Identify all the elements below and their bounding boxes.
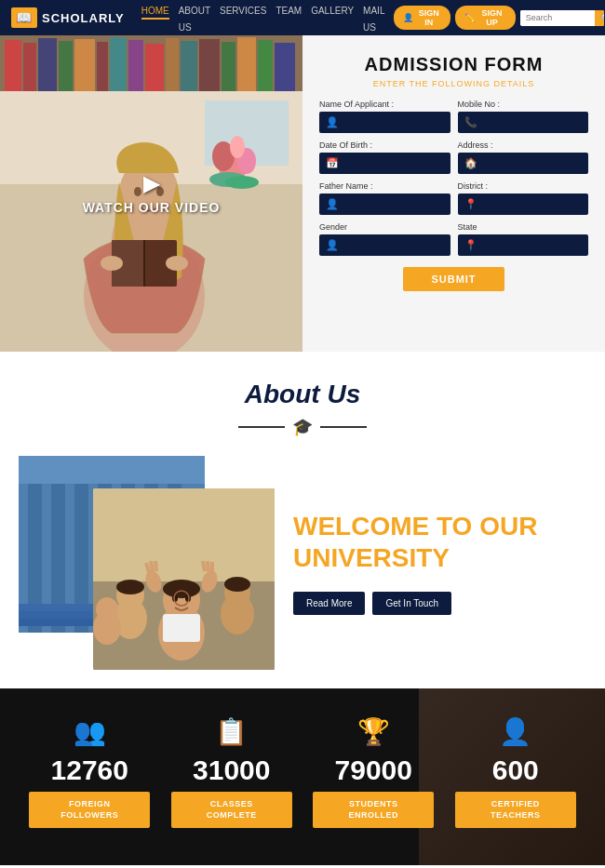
- pin-icon: 📍: [464, 198, 477, 210]
- svg-line-62: [203, 561, 205, 571]
- logo-icon: 📖: [11, 7, 37, 28]
- svg-point-73: [96, 597, 118, 621]
- nav-buttons: 👤 SIGN IN ✏️ SIGN UP 🔍: [394, 6, 604, 30]
- svg-rect-16: [258, 40, 273, 91]
- about-divider: 🎓: [19, 417, 586, 437]
- signin-button[interactable]: 👤 SIGN IN: [394, 6, 450, 30]
- admission-subtitle: ENTER THE FOLLOWING DETAILS: [319, 79, 588, 88]
- svg-point-68: [116, 580, 144, 594]
- search-button[interactable]: 🔍: [595, 10, 604, 26]
- field-address: Address : 🏠: [458, 140, 589, 174]
- admission-title: ADMISSION FORM: [319, 54, 588, 75]
- state-input[interactable]: [482, 240, 583, 250]
- welcome-heading: WELCOME TO OUR UNIVERSITY: [293, 511, 586, 573]
- about-title: About Us: [19, 380, 586, 409]
- signup-icon: ✏️: [464, 13, 475, 22]
- nav-item-about[interactable]: ABOUT US: [179, 1, 210, 34]
- user-icon: 👤: [403, 13, 413, 22]
- district-input[interactable]: [482, 199, 583, 209]
- field-name: Name Of Applicant : 👤: [319, 100, 450, 133]
- father-input[interactable]: [343, 199, 444, 209]
- name-input[interactable]: [343, 117, 444, 127]
- signup-button[interactable]: ✏️ SIGN UP: [455, 6, 515, 30]
- dob-input-wrapper: 📅: [319, 153, 450, 174]
- person2-icon: 👤: [326, 198, 339, 210]
- dob-input[interactable]: [343, 158, 444, 168]
- nav-item-home[interactable]: HOME: [141, 1, 169, 34]
- svg-line-60: [151, 561, 153, 571]
- divider-line-right: [320, 426, 367, 428]
- svg-rect-8: [110, 37, 127, 91]
- svg-point-24: [230, 136, 245, 158]
- svg-rect-10: [145, 44, 164, 91]
- phone-icon: 📞: [464, 116, 477, 128]
- gender-label: Gender: [319, 222, 450, 232]
- nav-item-mail[interactable]: MAIL US: [363, 1, 384, 34]
- followers-icon: 👥: [29, 716, 150, 747]
- stat-foreign-followers: 👥 12760 FOREIGNFOLLOWERS: [29, 716, 150, 828]
- field-dob: Date Of Birth : 📅: [319, 140, 450, 174]
- address-input[interactable]: [482, 158, 583, 168]
- logo: 📖 SCHOLARLY: [11, 7, 125, 28]
- svg-rect-5: [59, 41, 73, 91]
- svg-rect-13: [199, 39, 220, 91]
- students-label[interactable]: STUDENTSENROLLED: [313, 792, 434, 828]
- field-gender: Gender 👤: [319, 222, 450, 256]
- about-buttons: Read More Get In Touch: [293, 592, 586, 615]
- svg-point-35: [101, 256, 123, 271]
- watch-video-label[interactable]: WATCH OUR VIDEO: [83, 172, 221, 215]
- nav-item-services[interactable]: SERVICES: [220, 1, 266, 34]
- hero-image: WATCH OUR VIDEO: [0, 35, 302, 352]
- svg-point-26: [225, 176, 259, 189]
- field-mobile: Mobile No : 📞: [458, 100, 589, 133]
- person-icon: 👤: [326, 116, 339, 128]
- submit-button[interactable]: SUBMIT: [403, 267, 504, 291]
- home-icon: 🏠: [464, 157, 477, 169]
- calendar-icon: 📅: [326, 157, 339, 169]
- mobile-label: Mobile No :: [458, 100, 589, 109]
- hero-section: WATCH OUR VIDEO ADMISSION FORM ENTER THE…: [0, 35, 605, 352]
- divider-line-left: [238, 426, 285, 428]
- followers-number: 12760: [29, 754, 150, 786]
- location-icon: 📍: [464, 239, 477, 251]
- followers-label[interactable]: FOREIGNFOLLOWERS: [29, 792, 150, 828]
- students-number: 79000: [313, 754, 434, 786]
- field-state: State 📍: [458, 222, 589, 256]
- classes-number: 31000: [171, 754, 292, 786]
- svg-rect-65: [163, 614, 200, 642]
- stats-row: 👥 12760 FOREIGNFOLLOWERS 📋 31000 CLASSES…: [0, 716, 605, 847]
- svg-rect-2: [5, 40, 21, 91]
- mobile-input[interactable]: [482, 117, 583, 127]
- nav-links: HOME ABOUT US SERVICES TEAM GALLERY MAIL…: [141, 1, 384, 34]
- svg-rect-6: [74, 39, 95, 91]
- dob-label: Date Of Birth :: [319, 140, 450, 150]
- search-input[interactable]: [520, 10, 595, 25]
- svg-rect-17: [275, 43, 295, 91]
- svg-line-63: [208, 561, 208, 571]
- logo-text: SCHOLARLY: [42, 11, 125, 25]
- svg-point-71: [224, 577, 250, 592]
- district-label: District :: [458, 181, 589, 191]
- children-illustration: [93, 488, 275, 670]
- district-input-wrapper: 📍: [458, 194, 589, 215]
- search-bar: 🔍: [520, 10, 604, 26]
- state-input-wrapper: 📍: [458, 234, 589, 256]
- svg-point-54: [163, 580, 200, 598]
- students-icon: 🏆: [313, 716, 434, 747]
- about-image-front: [93, 488, 275, 670]
- svg-rect-14: [222, 42, 235, 91]
- about-section: About Us 🎓: [0, 352, 605, 688]
- address-input-wrapper: 🏠: [458, 153, 589, 174]
- teachers-label[interactable]: CERTIFIEDTEACHERS: [455, 792, 576, 828]
- father-label: Father Name :: [319, 181, 450, 191]
- stat-classes: 📋 31000 CLASSESCOMPLETE: [171, 716, 292, 828]
- graduation-cap-icon: 🎓: [292, 417, 313, 437]
- nav-item-team[interactable]: TEAM: [276, 1, 302, 34]
- svg-rect-7: [97, 42, 108, 91]
- gender-input[interactable]: [343, 240, 444, 250]
- get-in-touch-button[interactable]: Get In Touch: [372, 592, 451, 615]
- read-more-button[interactable]: Read More: [293, 592, 365, 615]
- nav-item-gallery[interactable]: GALLERY: [311, 1, 354, 34]
- svg-rect-9: [128, 40, 143, 91]
- classes-label[interactable]: CLASSESCOMPLETE: [171, 792, 292, 828]
